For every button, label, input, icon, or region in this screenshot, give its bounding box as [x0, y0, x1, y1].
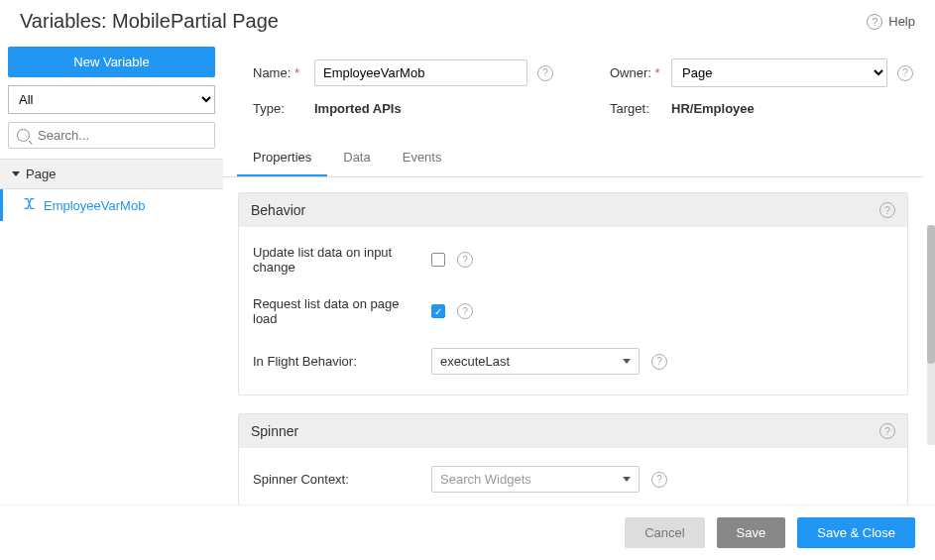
owner-select[interactable]: Page — [671, 58, 887, 87]
name-input[interactable] — [314, 59, 527, 86]
owner-label: Owner: * — [610, 65, 661, 80]
type-label: Type: — [253, 101, 304, 116]
section-behavior: Behavior ? Update list data on input cha… — [238, 192, 908, 395]
tab-bar: Properties Data Events — [223, 140, 923, 177]
tab-data[interactable]: Data — [327, 140, 386, 176]
tab-events[interactable]: Events — [387, 140, 458, 176]
section-title: Spinner — [251, 423, 298, 439]
hint-icon[interactable]: ? — [457, 303, 473, 319]
section-title: Behavior — [251, 202, 305, 218]
section-spinner: Spinner ? Spinner Context: Search Widget… — [238, 413, 908, 504]
hint-icon[interactable]: ? — [879, 423, 895, 439]
tree-group-page[interactable]: Page — [0, 159, 223, 189]
sidebar: New Variable All Page EmployeeVarMob — [0, 41, 223, 504]
tab-properties[interactable]: Properties — [237, 140, 327, 176]
scrollbar-thumb[interactable] — [927, 225, 935, 364]
hint-icon[interactable]: ? — [651, 472, 667, 488]
variable-icon — [23, 197, 36, 213]
hint-icon[interactable]: ? — [879, 202, 895, 218]
chevron-down-icon — [12, 171, 20, 176]
hint-icon[interactable]: ? — [537, 65, 553, 81]
request-on-load-label: Request list data on page load — [253, 296, 421, 326]
inflight-select[interactable]: executeLast — [431, 348, 640, 375]
spinner-context-label: Spinner Context: — [253, 472, 421, 487]
help-link[interactable]: ? Help — [867, 14, 915, 30]
dialog-title: Variables: MobilePartial Page — [20, 10, 279, 33]
help-label: Help — [888, 14, 915, 29]
search-input[interactable] — [36, 127, 206, 144]
help-icon: ? — [867, 14, 882, 30]
search-icon — [17, 129, 30, 142]
type-value: Imported APIs — [314, 101, 402, 116]
hint-icon[interactable]: ? — [897, 65, 913, 81]
tree-group-label: Page — [26, 167, 56, 181]
main-panel: Name: * ? Owner: * Page ? — [223, 41, 935, 504]
chevron-down-icon — [623, 359, 631, 364]
chevron-down-icon — [623, 477, 631, 482]
new-variable-button[interactable]: New Variable — [8, 47, 215, 77]
save-button[interactable]: Save — [717, 517, 786, 548]
hint-icon[interactable]: ? — [457, 252, 473, 268]
tree-item-label: EmployeeVarMob — [44, 198, 145, 213]
hint-icon[interactable]: ? — [651, 354, 667, 370]
search-input-wrap[interactable] — [8, 122, 215, 149]
dialog-footer: Cancel Save Save & Close — [0, 504, 935, 560]
update-on-input-checkbox[interactable] — [431, 253, 445, 267]
cancel-button[interactable]: Cancel — [625, 517, 704, 548]
spinner-context-select[interactable]: Search Widgets — [431, 466, 640, 493]
update-on-input-label: Update list data on input change — [253, 245, 421, 275]
target-value: HR/Employee — [671, 101, 755, 116]
name-label: Name: * — [253, 65, 304, 80]
tree-item-variable[interactable]: EmployeeVarMob — [0, 189, 223, 221]
request-on-load-checkbox[interactable]: ✓ — [431, 304, 445, 318]
properties-panel: Behavior ? Update list data on input cha… — [223, 177, 923, 504]
save-close-button[interactable]: Save & Close — [797, 517, 915, 548]
target-label: Target: — [610, 101, 661, 116]
inflight-label: In Flight Behavior: — [253, 354, 421, 369]
filter-select[interactable]: All — [8, 85, 215, 114]
